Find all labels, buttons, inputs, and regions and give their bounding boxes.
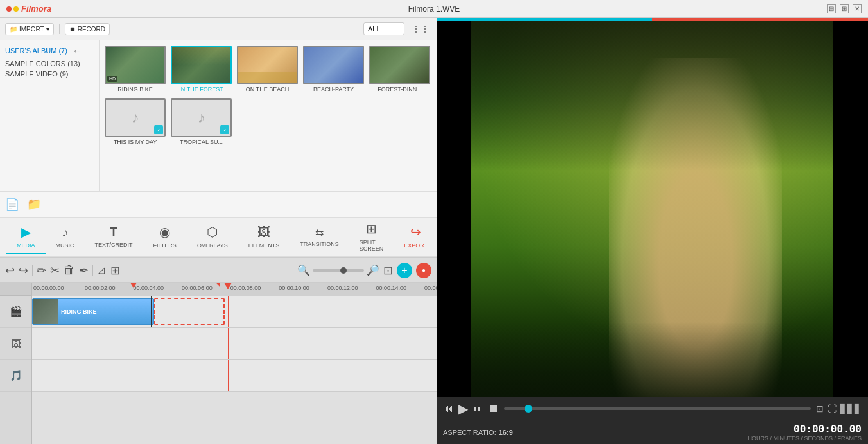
grid-view-button[interactable]: ⋮⋮ <box>410 22 431 36</box>
ruler-header <box>0 283 31 296</box>
fit-preview-button[interactable]: ⊡ <box>816 404 824 414</box>
media-label-this-is-my-day: THIS IS MY DAY <box>114 139 157 146</box>
clip-adjust-button[interactable]: ⊿ <box>97 263 107 278</box>
split-screen-tab-icon: ⊞ <box>366 221 377 236</box>
media-label-beach-party: BEACH-PARTY <box>313 86 354 93</box>
edit-button[interactable]: ✏ <box>37 263 46 278</box>
overlays-tab-label: OVERLAYS <box>197 242 228 249</box>
library-body: USER'S ALBUM (7) ← SAMPLE COLORS (13) SA… <box>0 40 437 191</box>
next-frame-button[interactable]: ⏭ <box>473 403 483 414</box>
tab-filters[interactable]: ◉ FILTERS <box>143 220 187 254</box>
timeline-cursor <box>151 296 152 327</box>
media-thumb-forest-dinner[interactable] <box>369 46 430 84</box>
tl-right-controls: 🔍 🔎 ⊡ + ● <box>297 263 431 278</box>
clip-dashed-extension <box>154 298 225 325</box>
sidebar-item-user-album[interactable]: USER'S ALBUM (7) <box>5 46 67 56</box>
stop-button[interactable]: ⏹ <box>489 403 499 414</box>
media-thumb-riding-bike[interactable]: HD <box>105 46 166 84</box>
sidebar-item-sample-colors[interactable]: SAMPLE COLORS (13) <box>5 58 94 69</box>
nav-back-arrow[interactable]: ← <box>73 46 82 56</box>
tab-elements[interactable]: 🖼 ELEMENTS <box>238 221 290 254</box>
logo-dot-yellow <box>13 6 19 12</box>
filter-select[interactable]: ALL VIDEO AUDIO IMAGE <box>363 22 404 35</box>
undo-button[interactable]: ↩ <box>5 263 15 278</box>
export-tab-icon: ↪ <box>410 224 421 240</box>
timeline-ruler[interactable]: 00:00:00:00 00:00:02:00 00:00:04:00 00:0… <box>32 283 437 296</box>
add-track-button[interactable]: + <box>397 263 412 278</box>
tab-split-screen[interactable]: ⊞ SPLIT SCREEN <box>349 217 394 257</box>
delete-button[interactable]: 🗑 <box>64 263 75 277</box>
tab-export[interactable]: ↪ EXPORT <box>394 220 438 254</box>
video-clip-riding-bike[interactable]: RIDING BIKE <box>32 298 154 325</box>
elements-tab-label: ELEMENTS <box>248 242 280 249</box>
media-item-riding-bike[interactable]: HD RIDING BIKE <box>105 46 166 93</box>
folder-icon: 📁 <box>10 26 17 33</box>
tab-overlays[interactable]: ⬡ OVERLAYS <box>187 220 238 254</box>
scrubber-thumb[interactable] <box>525 405 532 413</box>
minimize-button[interactable]: ⊟ <box>827 4 836 13</box>
clip-label: RIDING BIKE <box>58 307 100 316</box>
media-item-this-is-my-day[interactable]: ♪ ♪ THIS IS MY DAY <box>105 98 166 146</box>
audio-meter-icon: ▋▋▋ <box>840 404 862 414</box>
split-button[interactable]: ✂ <box>50 263 60 278</box>
preview-scrubber[interactable] <box>504 407 811 410</box>
preview-controls: ⏮ ▶ ⏭ ⏹ ⊡ ⛶ ▋▋▋ <box>437 397 868 420</box>
tab-media[interactable]: ▶ MEDIA <box>6 220 46 254</box>
fullscreen-button[interactable]: ⛶ <box>828 404 837 414</box>
media-thumb-tropical-su[interactable]: ♪ ♪ <box>171 98 232 137</box>
media-label-on-the-beach: ON THE BEACH <box>246 86 289 93</box>
video-track[interactable]: RIDING BIKE <box>32 296 437 328</box>
playhead-line-video <box>228 296 229 327</box>
audio-track <box>32 360 437 392</box>
media-tab-label: MEDIA <box>17 242 35 249</box>
fit-button[interactable]: ⊡ <box>383 263 393 278</box>
media-item-beach-party[interactable]: BEACH-PARTY <box>303 46 364 93</box>
scene-button[interactable]: ⊞ <box>110 263 120 278</box>
ruler-t12: 00:00:12:00 <box>327 285 358 291</box>
media-item-on-the-beach[interactable]: ON THE BEACH <box>237 46 298 93</box>
media-thumb-beach-party[interactable] <box>303 46 364 84</box>
export-tab-label: EXPORT <box>404 242 428 249</box>
video-track-icon: 🎬 <box>10 305 22 317</box>
import-folder-icon[interactable]: 📁 <box>27 197 41 211</box>
timeline-area: ↩ ↪ ✏ ✂ 🗑 ✒ ⊿ ⊞ 🔍 🔎 <box>0 257 437 444</box>
right-panel: ⏮ ▶ ⏭ ⏹ ⊡ ⛶ ▋▋▋ ASPECT RATIO: 16:9 00:00… <box>437 18 868 444</box>
redo-button[interactable]: ↪ <box>19 263 28 278</box>
zoom-slider[interactable] <box>313 269 364 272</box>
tl-sep-1 <box>32 265 33 276</box>
media-library: 📁 IMPORT ▾ ⏺ RECORD ALL VIDEO AUDIO IMAG… <box>0 18 437 217</box>
tab-music[interactable]: ♪ MUSIC <box>46 221 85 254</box>
elements-tab-icon: 🖼 <box>257 225 270 240</box>
preview-area <box>437 21 868 397</box>
media-item-tropical-su[interactable]: ♪ ♪ TROPICAL SU... <box>171 98 232 146</box>
timeline-toolbar: ↩ ↪ ✏ ✂ 🗑 ✒ ⊿ ⊞ 🔍 🔎 <box>0 258 437 283</box>
media-thumb-in-the-forest[interactable] <box>171 46 232 84</box>
media-thumb-this-is-my-day[interactable]: ♪ ♪ <box>105 98 166 137</box>
tab-transitions[interactable]: ⇆ TRANSITIONS <box>290 222 349 253</box>
ruler-t8: 00:00:08:00 <box>230 285 261 291</box>
close-button[interactable]: ✕ <box>853 4 862 13</box>
zoom-thumb <box>340 267 347 274</box>
import-file-icon[interactable]: 📄 <box>5 197 19 211</box>
record-button[interactable]: ⏺ RECORD <box>65 23 110 35</box>
media-item-forest-dinner[interactable]: FOREST-DINN... <box>369 46 430 93</box>
image-track-icon: 🖼 <box>11 338 21 350</box>
library-sidebar: USER'S ALBUM (7) ← SAMPLE COLORS (13) SA… <box>0 40 100 191</box>
media-item-in-the-forest[interactable]: IN THE FOREST <box>171 46 232 93</box>
split-screen-tab-label: SPLIT SCREEN <box>360 239 384 252</box>
ruler-t2: 00:00:02:00 <box>85 285 116 291</box>
record-track-button[interactable]: ● <box>416 263 431 278</box>
main-layout: 📁 IMPORT ▾ ⏺ RECORD ALL VIDEO AUDIO IMAG… <box>0 18 868 444</box>
prev-frame-button[interactable]: ⏮ <box>443 403 453 414</box>
pen-button[interactable]: ✒ <box>79 263 89 278</box>
play-button[interactable]: ▶ <box>458 401 468 416</box>
media-thumb-on-the-beach[interactable] <box>237 46 298 84</box>
tab-text-credit[interactable]: T TEXT/CREDIT <box>85 222 143 253</box>
sidebar-item-sample-video[interactable]: SAMPLE VIDEO (9) <box>5 69 94 79</box>
clip-thumbnail <box>33 299 58 324</box>
zoom-out-button[interactable]: 🔍 <box>297 264 310 276</box>
import-button[interactable]: 📁 IMPORT ▾ <box>5 23 54 35</box>
playhead-arrow <box>224 283 232 289</box>
zoom-in-button[interactable]: 🔎 <box>367 264 379 276</box>
maximize-button[interactable]: ⊞ <box>840 4 849 13</box>
